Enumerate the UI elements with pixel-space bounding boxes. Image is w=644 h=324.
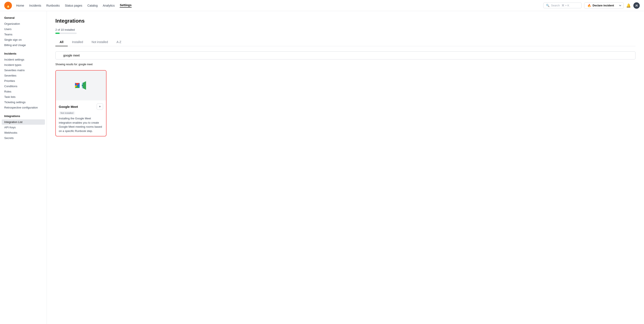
nav-home[interactable]: Home bbox=[16, 4, 24, 7]
global-search[interactable]: 🔍 Search ⌘ + K bbox=[543, 3, 582, 8]
tab-all[interactable]: All bbox=[55, 38, 68, 46]
sidebar-item-secrets[interactable]: Secrets bbox=[0, 135, 47, 141]
nav-runbooks[interactable]: Runbooks bbox=[46, 4, 60, 7]
sidebar-item-retrospective[interactable]: Retrospective configuration bbox=[0, 105, 47, 110]
declare-label: Declare incident bbox=[593, 4, 614, 7]
progress-section: 2 of 10 installed bbox=[55, 28, 636, 34]
google-meet-logo-icon bbox=[74, 79, 88, 92]
sidebar-item-incident-settings[interactable]: Incident settings bbox=[0, 57, 47, 62]
card-title: Google Meet bbox=[59, 105, 78, 109]
search-shortcut: ⌘ + K bbox=[562, 4, 570, 7]
sidebar-item-integration-list[interactable]: Integration List bbox=[2, 119, 45, 125]
main-content: Integrations 2 of 10 installed All Insta… bbox=[47, 11, 644, 324]
card-header: Google Meet + bbox=[59, 103, 103, 110]
not-installed-badge: Not installed bbox=[59, 111, 75, 115]
svg-rect-11 bbox=[82, 83, 83, 88]
progress-bar bbox=[55, 33, 77, 34]
card-description: Installing the Google Meet integration e… bbox=[59, 116, 103, 133]
sidebar-general-section: General Organization Users Teams Single … bbox=[0, 16, 47, 48]
card-body: Google Meet + Not installed Installing t… bbox=[56, 100, 106, 136]
search-icon: 🔍 bbox=[546, 4, 550, 7]
sidebar-integrations-section: Integrations Integration List API Keys W… bbox=[0, 115, 47, 141]
sidebar-item-priorities[interactable]: Priorities bbox=[0, 78, 47, 84]
integration-card-google-meet[interactable]: Google Meet + Not installed Installing t… bbox=[55, 70, 106, 136]
sidebar-item-webhooks[interactable]: Webhooks bbox=[0, 130, 47, 135]
integration-cards-grid: Google Meet + Not installed Installing t… bbox=[55, 70, 636, 136]
sidebar-item-roles[interactable]: Roles bbox=[0, 89, 47, 94]
nav-incidents[interactable]: Incidents bbox=[29, 4, 41, 7]
card-add-button[interactable]: + bbox=[97, 103, 103, 110]
progress-fill bbox=[55, 33, 60, 34]
app-logo[interactable]: 🔥 bbox=[4, 2, 12, 9]
declare-incident-caret[interactable] bbox=[617, 4, 623, 8]
showing-results: Showing results for: google meet bbox=[55, 63, 636, 66]
sidebar-item-incident-types[interactable]: Incident types bbox=[0, 62, 47, 68]
svg-text:🔥: 🔥 bbox=[6, 3, 11, 8]
progress-label: 2 of 10 installed bbox=[55, 28, 636, 31]
filter-tabs: All Installed Not installed A-Z bbox=[55, 38, 636, 46]
nav-links: Home Incidents Runbooks Status pages Cat… bbox=[16, 4, 543, 8]
sidebar-item-teams[interactable]: Teams bbox=[0, 32, 47, 37]
nav-right-actions: 🔍 Search ⌘ + K 🔥 Declare incident 🔔 JE bbox=[543, 2, 640, 9]
page-title: Integrations bbox=[55, 18, 636, 24]
nav-analytics[interactable]: Analytics bbox=[103, 4, 114, 7]
tab-az[interactable]: A-Z bbox=[112, 38, 126, 46]
notifications-button[interactable]: 🔔 bbox=[626, 3, 631, 8]
sidebar-item-task-lists[interactable]: Task lists bbox=[0, 94, 47, 100]
sidebar-item-api-keys[interactable]: API Keys bbox=[0, 125, 47, 130]
main-layout: General Organization Users Teams Single … bbox=[0, 11, 644, 324]
sidebar-item-billing[interactable]: Billing and Usage bbox=[0, 43, 47, 48]
avatar[interactable]: JE bbox=[633, 2, 640, 9]
showing-results-query: google meet bbox=[78, 63, 93, 66]
sidebar-item-ticketing[interactable]: Ticketing settings bbox=[0, 100, 47, 105]
integration-search-input[interactable]: google meet bbox=[55, 51, 636, 60]
nav-status-pages[interactable]: Status pages bbox=[65, 4, 82, 7]
fire-icon: 🔥 bbox=[587, 4, 591, 7]
tab-installed[interactable]: Installed bbox=[68, 38, 87, 46]
search-wrapper: 🔍 google meet bbox=[55, 51, 636, 61]
sidebar-item-severities[interactable]: Severities bbox=[0, 73, 47, 78]
card-image bbox=[56, 71, 106, 100]
declare-incident-main[interactable]: 🔥 Declare incident bbox=[584, 3, 617, 9]
nav-settings[interactable]: Settings bbox=[120, 4, 132, 8]
nav-catalog[interactable]: Catalog bbox=[87, 4, 98, 7]
sidebar-item-sso[interactable]: Single sign on bbox=[0, 37, 47, 43]
declare-incident-button[interactable]: 🔥 Declare incident bbox=[584, 2, 624, 9]
tab-not-installed[interactable]: Not installed bbox=[87, 38, 112, 46]
sidebar-incidents-title: Incidents bbox=[0, 52, 47, 57]
search-placeholder: Search bbox=[551, 4, 560, 7]
showing-results-prefix: Showing results for: bbox=[55, 63, 78, 66]
sidebar-item-users[interactable]: Users bbox=[0, 27, 47, 32]
sidebar-integrations-title: Integrations bbox=[0, 115, 47, 119]
sidebar-incidents-section: Incidents Incident settings Incident typ… bbox=[0, 52, 47, 110]
sidebar-general-title: General bbox=[0, 16, 47, 21]
sidebar-item-conditions[interactable]: Conditions bbox=[0, 84, 47, 89]
sidebar: General Organization Users Teams Single … bbox=[0, 11, 47, 324]
top-navigation: 🔥 Home Incidents Runbooks Status pages C… bbox=[0, 0, 644, 11]
sidebar-item-severities-matrix[interactable]: Severities matrix bbox=[0, 68, 47, 73]
sidebar-item-organization[interactable]: Organization bbox=[0, 21, 47, 27]
